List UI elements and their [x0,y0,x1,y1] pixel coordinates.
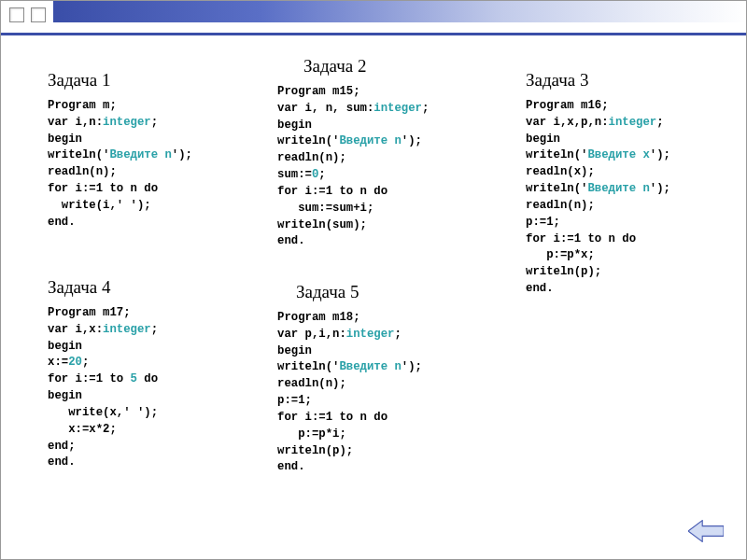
square-icon [31,7,46,22]
task-1: Задача 1 Program m; var i,n:integer; beg… [48,70,192,231]
header-band [1,1,746,33]
task-code: Program m15; var i, n, sum:integer; begi… [277,84,429,250]
task-5: Задача 5 Program m18; var p,i,n:integer;… [277,282,422,476]
task-code: Program m18; var p,i,n:integer; begin wr… [277,310,422,476]
square-icon [9,7,24,22]
task-title: Задача 2 [303,56,429,77]
task-4: Задача 4 Program m17; var i,x:integer; b… [48,277,158,471]
task-title: Задача 4 [48,277,158,298]
back-button[interactable] [688,520,724,542]
task-code: Program m16; var i,x,p,n:integer; begin … [526,98,670,298]
task-3: Задача 3 Program m16; var i,x,p,n:intege… [526,70,670,298]
header-gradient [53,1,746,22]
header-underline [1,33,746,35]
task-title: Задача 1 [48,70,192,91]
slide-content: Задача 1 Program m; var i,n:integer; beg… [1,42,746,559]
arrow-left-icon [688,520,724,542]
task-2: Задача 2 Program m15; var i, n, sum:inte… [277,56,429,250]
task-title: Задача 3 [526,70,670,91]
header-squares [1,1,46,22]
task-title: Задача 5 [296,282,422,302]
task-code: Program m; var i,n:integer; begin writel… [48,98,192,231]
task-code: Program m17; var i,x:integer; begin x:=2… [48,305,158,471]
